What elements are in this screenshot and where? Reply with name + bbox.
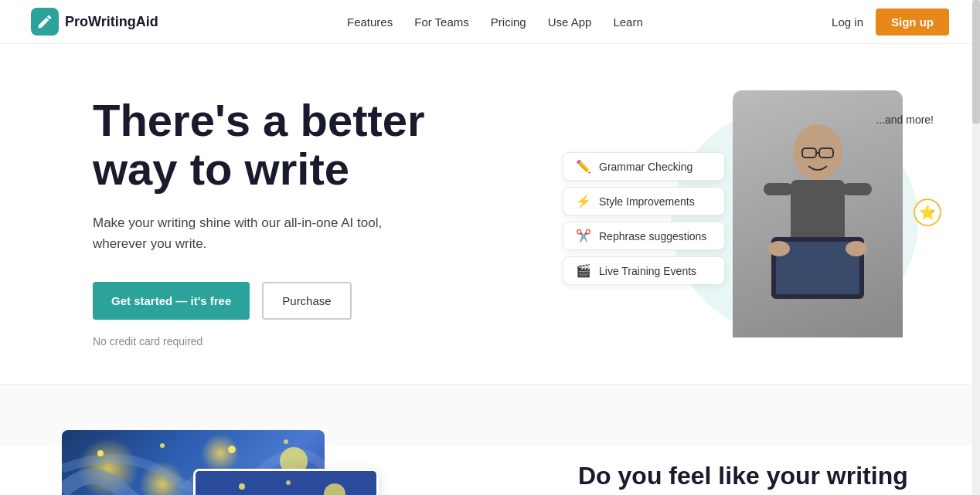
navbar: ProWritingAid Features For Teams Pricing…	[0, 0, 980, 44]
svg-point-13	[228, 446, 236, 453]
feature-card-rephrase: ✂️ Rephrase suggestions	[563, 222, 725, 250]
hero-buttons: Get started — it's free Purchase	[93, 282, 425, 320]
logo[interactable]: ProWritingAid	[31, 8, 158, 36]
rephrase-label: Rephrase suggestions	[599, 230, 706, 242]
nav-links: Features For Teams Pricing Use App Learn	[347, 15, 643, 29]
hero-title: There's a better way to write	[93, 96, 425, 195]
scrollbar-thumb[interactable]	[972, 0, 980, 124]
hero-section: There's a better way to write Make your …	[0, 44, 980, 384]
logo-icon	[31, 8, 59, 36]
person-svg	[748, 106, 887, 337]
scrollbar[interactable]	[972, 0, 980, 495]
purchase-button[interactable]: Purchase	[262, 282, 351, 320]
feature-card-style: ⚡ Style Improvements	[563, 187, 725, 215]
painting-area: My idea in my head	[62, 430, 356, 495]
hero-right: ...and more! ✏️ Grammar Checking ⚡ Style…	[547, 90, 949, 353]
second-text: Do you feel like your writing lets you d…	[578, 446, 918, 495]
login-button[interactable]: Log in	[832, 15, 863, 29]
rephrase-icon: ✂️	[576, 229, 591, 243]
live-label: Live Training Events	[599, 265, 696, 277]
second-section-title: Do you feel like your writing lets you d…	[578, 461, 918, 495]
logo-svg	[36, 13, 53, 30]
live-icon: 🎬	[576, 263, 591, 278]
hero-left: There's a better way to write Make your …	[93, 96, 425, 348]
feature-card-grammar: ✏️ Grammar Checking	[563, 152, 725, 181]
nav-features[interactable]: Features	[347, 15, 393, 29]
overlay-painting-svg	[196, 471, 379, 495]
svg-rect-6	[842, 183, 872, 195]
star-badge: ⭐	[914, 198, 941, 226]
nav-actions: Log in Sign up	[832, 8, 949, 36]
svg-point-24	[286, 480, 291, 485]
svg-point-10	[846, 241, 867, 256]
more-label: ...and more!	[876, 114, 934, 126]
svg-point-23	[239, 483, 245, 490]
feature-card-live: 🎬 Live Training Events	[563, 256, 725, 285]
painting-overlay: My idea in my head	[193, 469, 379, 495]
hero-person-image	[733, 90, 903, 337]
signup-button[interactable]: Sign up	[876, 8, 949, 36]
logo-text: ProWritingAid	[65, 14, 158, 30]
person-inner	[733, 90, 903, 337]
svg-rect-5	[764, 183, 793, 195]
nav-learn[interactable]: Learn	[613, 15, 642, 29]
no-credit-text: No credit card required	[93, 335, 425, 348]
svg-point-14	[284, 439, 288, 444]
second-section: My idea in my head Do you feel like your…	[0, 446, 980, 495]
svg-point-11	[97, 450, 104, 456]
nav-use-app[interactable]: Use App	[548, 15, 592, 29]
hero-subtitle: Make your writing shine with our all-in-…	[93, 212, 417, 254]
style-icon: ⚡	[576, 194, 591, 209]
svg-point-12	[160, 443, 165, 448]
style-label: Style Improvements	[599, 195, 695, 208]
grammar-icon: ✏️	[576, 159, 591, 174]
svg-point-9	[768, 241, 790, 256]
get-started-button[interactable]: Get started — it's free	[93, 282, 250, 320]
nav-for-teams[interactable]: For Teams	[414, 15, 469, 29]
grammar-label: Grammar Checking	[599, 161, 692, 173]
feature-cards: ✏️ Grammar Checking ⚡ Style Improvements…	[563, 152, 725, 285]
nav-pricing[interactable]: Pricing	[491, 15, 526, 29]
